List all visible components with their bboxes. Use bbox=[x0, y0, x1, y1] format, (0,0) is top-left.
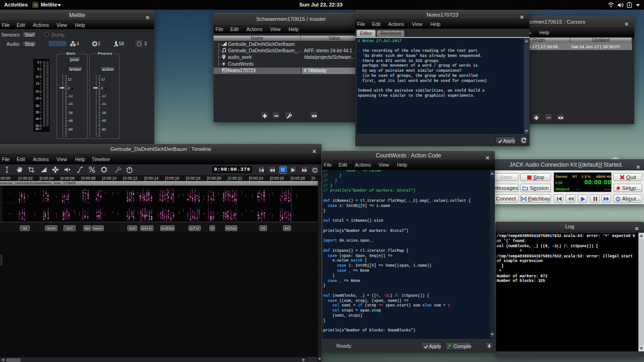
svg-text:i: i bbox=[618, 197, 619, 201]
